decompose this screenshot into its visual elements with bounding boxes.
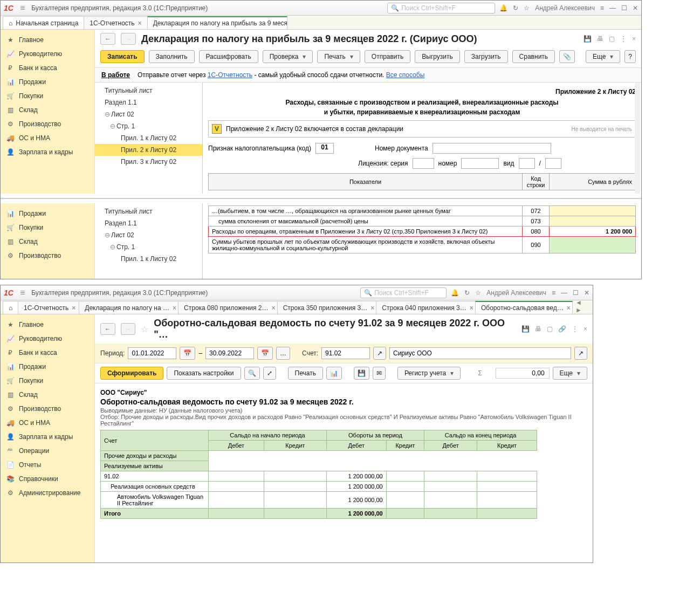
link-1c-report[interactable]: 1С-Отчетность <box>208 71 252 79</box>
tab[interactable]: Строка 040 приложения 3…× <box>376 301 476 314</box>
sidebar-item[interactable]: 👤Зарплата и кадры <box>1 145 94 159</box>
tab-1c-reporting[interactable]: 1С-Отчетность× <box>84 16 147 29</box>
settings-icon[interactable]: ≡ <box>552 289 555 297</box>
more-button[interactable]: Еще <box>586 50 620 63</box>
sidebar-item[interactable]: ₽Банк и касса <box>1 61 94 75</box>
calendar-icon[interactable]: 📅 <box>180 347 195 360</box>
row-sum[interactable] <box>550 216 636 227</box>
sidebar-item[interactable]: 🛒Покупки <box>1 89 94 103</box>
sidebar-item[interactable]: 👤Зарплата и кадры <box>1 430 94 444</box>
license-type1-input[interactable] <box>519 158 535 169</box>
user-name[interactable]: Андрей Алексеевич <box>535 4 595 12</box>
tree-item[interactable]: Титульный лист <box>95 85 202 97</box>
tab-close-icon[interactable]: × <box>272 304 276 312</box>
print-button[interactable]: Печать <box>288 367 323 380</box>
tree-item[interactable]: ⊖Лист 02 <box>95 108 202 120</box>
table-row[interactable]: 91.021 200 000,00 <box>101 471 537 482</box>
nav-back-button[interactable]: ← <box>100 33 115 45</box>
fill-button[interactable]: Заполнить <box>149 50 195 63</box>
period-picker-button[interactable]: … <box>276 347 290 360</box>
sidebar-item[interactable]: ⚙Производство <box>1 117 94 131</box>
download-button[interactable]: Загрузить <box>464 50 508 63</box>
upload-button[interactable]: Выгрузить <box>415 50 460 63</box>
show-settings-button[interactable]: Показать настройки <box>167 367 241 380</box>
send-button[interactable]: Отправить <box>365 50 411 63</box>
settings-icon[interactable]: ≡ <box>600 4 604 12</box>
user-name[interactable]: Андрей Алексеевич <box>486 289 546 297</box>
sidebar-item[interactable]: ₽Банк и касса <box>1 346 94 360</box>
sidebar-item[interactable]: ▥Склад <box>1 235 94 249</box>
menu-icon[interactable]: ≡ <box>20 3 25 13</box>
history-icon[interactable]: ↻ <box>464 289 470 297</box>
more-button[interactable]: Еще <box>553 367 587 380</box>
page-icon[interactable]: ▢ <box>609 35 615 43</box>
print-icon[interactable]: 🖶 <box>535 325 541 333</box>
print-icon[interactable]: 🖶 <box>597 35 603 43</box>
sidebar-item[interactable]: ⚙Производство <box>1 249 94 263</box>
save-icon[interactable]: 💾 <box>521 325 530 333</box>
tab-declaration[interactable]: Декларация по налогу на прибыль за 9 мес… <box>147 16 287 29</box>
fav-icon[interactable]: ☆ <box>141 324 148 334</box>
sidebar-item[interactable]: ★Главное <box>1 33 94 47</box>
compare-button[interactable]: Сравнить <box>512 50 555 63</box>
org-open-button[interactable]: ↗ <box>574 347 587 360</box>
print-button[interactable]: Печать <box>317 50 360 63</box>
tab-close-icon[interactable]: × <box>72 304 76 312</box>
org-input[interactable] <box>389 347 571 359</box>
menu-icon[interactable]: ≡ <box>20 288 25 298</box>
date-from-input[interactable] <box>128 347 176 359</box>
tree-item[interactable]: Раздел 1.1 <box>95 97 202 108</box>
row-080-sum[interactable]: 1 200 000 <box>550 227 636 237</box>
close-icon[interactable]: ✕ <box>584 289 589 297</box>
tree-item[interactable]: Прил. 1 к Листу 02 <box>95 253 202 265</box>
expand-icon[interactable]: ⊖ <box>110 122 116 130</box>
page-icon[interactable]: ▢ <box>547 325 553 333</box>
row-sum[interactable] <box>550 206 636 216</box>
star-icon[interactable]: ☆ <box>475 289 481 297</box>
sidebar-item[interactable]: 🚚ОС и НМА <box>1 131 94 145</box>
license-type2-input[interactable] <box>545 158 561 169</box>
close-panel-icon[interactable]: × <box>632 35 636 43</box>
tax-code-input[interactable]: 01 <box>315 143 334 154</box>
minimize-icon[interactable]: — <box>561 289 567 297</box>
tab[interactable]: Декларация по налогу на …× <box>79 301 179 314</box>
close-icon[interactable]: ✕ <box>633 4 638 12</box>
scrollbar[interactable] <box>635 83 640 194</box>
tree-item[interactable]: ⊖Стр. 1 <box>95 241 202 253</box>
sidebar-item[interactable]: 📈Руководителю <box>1 47 94 61</box>
sidebar-item[interactable]: 📈Руководителю <box>1 332 94 346</box>
status-label[interactable]: В работе <box>101 71 130 79</box>
tab[interactable]: 1С-Отчетность× <box>18 301 79 314</box>
bell-icon[interactable]: 🔔 <box>451 289 459 297</box>
save-icon[interactable]: 💾 <box>584 35 592 43</box>
tab-close-icon[interactable]: × <box>370 304 374 312</box>
export-icon[interactable]: 📊 <box>326 367 342 380</box>
sidebar-item[interactable]: ⚙Производство <box>1 402 94 416</box>
tree-item[interactable]: Прил. 1 к Листу 02 <box>95 132 202 144</box>
history-icon[interactable]: ↻ <box>513 4 518 12</box>
zoom-in-icon[interactable]: 🔍 <box>244 367 260 380</box>
search-input[interactable]: 🔍 Поиск Ctrl+Shift+F <box>387 3 495 13</box>
maximize-icon[interactable]: ☐ <box>621 4 627 12</box>
sidebar-item[interactable]: 📚Справочники <box>1 472 94 486</box>
nav-back-button[interactable]: ← <box>100 323 115 335</box>
docnum-input[interactable] <box>433 143 551 154</box>
tab[interactable]: Оборотно-сальдовая вед…× <box>475 301 573 314</box>
tab-close-icon[interactable]: × <box>567 304 571 312</box>
tab-close-icon[interactable]: × <box>138 19 142 27</box>
generate-button[interactable]: Сформировать <box>100 367 163 380</box>
table-row[interactable]: Автомобиль Volkswagen Tiguan II Рестайли… <box>101 492 537 509</box>
decode-button[interactable]: Расшифровать <box>199 50 258 63</box>
link-all-methods[interactable]: Все способы <box>386 71 425 79</box>
tab-home[interactable]: ⌂ <box>3 301 18 314</box>
kebab-icon[interactable]: ⋮ <box>620 35 627 43</box>
tab-scroll-left[interactable]: ◄ <box>575 299 582 306</box>
sidebar-item[interactable]: ★Главное <box>1 318 94 332</box>
date-to-input[interactable] <box>205 347 254 359</box>
sidebar-item[interactable]: 📊Продажи <box>1 360 94 374</box>
sidebar-item[interactable]: ▥Склад <box>1 388 94 402</box>
tree-item[interactable]: Титульный лист <box>95 205 202 217</box>
attach-button[interactable]: 📎 <box>559 50 575 63</box>
sidebar-item[interactable]: 🚚ОС и НМА <box>1 416 94 430</box>
kebab-icon[interactable]: ⋮ <box>572 325 578 333</box>
